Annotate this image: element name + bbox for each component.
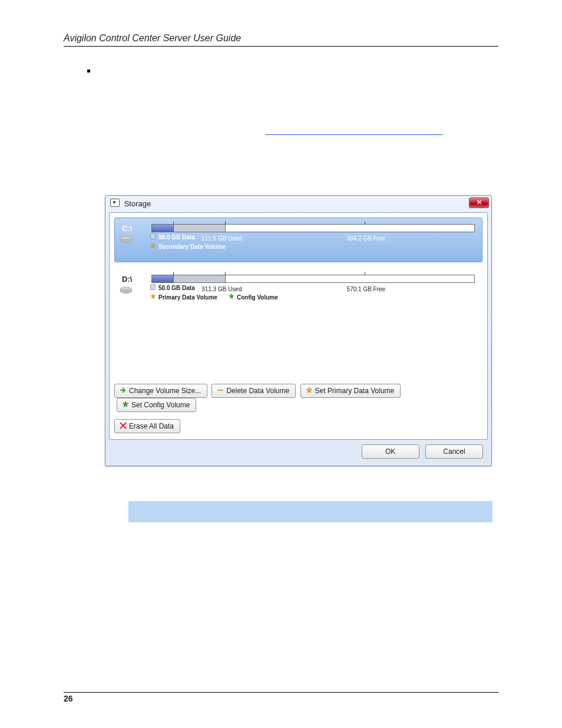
button-label: OK	[385, 447, 395, 456]
title-bar: Storage ✕	[105, 196, 491, 211]
note-highlight-block	[128, 501, 492, 522]
window-title: Storage	[124, 199, 151, 208]
tick-data	[173, 221, 174, 225]
volume-type-label: Primary Data Volume	[158, 294, 217, 301]
star-icon	[306, 387, 313, 394]
erase-all-data-button[interactable]: Erase All Data	[114, 419, 180, 433]
data-size-label: 50.0 GB Data	[158, 233, 195, 241]
page-header: Avigilon Control Center Server User Guid…	[64, 33, 498, 47]
action-button-row: Change Volume Size... Delete Data Volume…	[114, 384, 482, 412]
tick-used	[225, 272, 226, 275]
used-size-label: 311.3 GB Used	[201, 285, 242, 293]
document-page: Avigilon Control Center Server User Guid…	[0, 0, 562, 728]
button-label: Change Volume Size...	[129, 387, 201, 395]
header-title: Avigilon Control Center Server User Guid…	[64, 33, 241, 43]
cancel-button[interactable]: Cancel	[425, 444, 483, 459]
used-size-label: 111.5 GB Used	[201, 235, 242, 242]
data-size-label: 50.0 GB Data	[158, 284, 195, 292]
close-button[interactable]: ✕	[469, 197, 489, 208]
dialog-bottom-buttons: OK Cancel	[362, 444, 483, 459]
drive-row-d[interactable]: D:\	[114, 268, 482, 313]
storage-dialog-screenshot: Storage ✕ C:\	[105, 195, 492, 466]
button-label: Set Primary Data Volume	[315, 387, 395, 395]
usage-bar	[151, 224, 475, 232]
tick-used	[225, 221, 226, 225]
usage-bar	[151, 275, 475, 283]
arrow-right-icon	[120, 387, 127, 394]
delete-data-volume-button[interactable]: Delete Data Volume	[211, 384, 296, 398]
tick-free	[365, 221, 365, 225]
star-icon	[150, 243, 156, 249]
set-primary-data-volume-button[interactable]: Set Primary Data Volume	[300, 384, 401, 398]
database-icon	[150, 233, 156, 240]
change-volume-size-button[interactable]: Change Volume Size...	[114, 384, 207, 398]
star-icon	[122, 401, 129, 408]
minus-icon	[217, 387, 224, 394]
star-icon	[150, 294, 156, 299]
page-number-value: 26	[64, 694, 73, 703]
button-label: Set Config Volume	[131, 401, 190, 409]
window-frame: Storage ✕ C:\	[105, 195, 492, 466]
config-volume-label: Config Volume	[237, 294, 278, 301]
database-icon	[150, 284, 156, 291]
page-number: 26	[64, 692, 498, 703]
star-icon	[229, 294, 234, 299]
close-icon: ✕	[477, 199, 482, 206]
x-icon	[120, 422, 127, 429]
hard-drive-icon	[120, 286, 133, 295]
app-icon	[110, 199, 120, 207]
button-label: Erase All Data	[129, 422, 174, 430]
hyperlink-underline	[265, 134, 443, 135]
button-label: Delete Data Volume	[226, 387, 289, 395]
volume-type-label: Secondary Data Volume	[158, 243, 226, 251]
set-config-volume-button[interactable]: Set Config Volume	[117, 398, 196, 412]
free-size-label: 570.1 GB Free	[347, 285, 386, 293]
dialog-body: C:\	[109, 212, 488, 440]
drive-letter: C:\	[122, 224, 132, 233]
action-button-row-2: Erase All Data	[114, 419, 180, 433]
data-segment	[152, 225, 174, 232]
ok-button[interactable]: OK	[362, 444, 419, 459]
hard-drive-icon	[120, 236, 133, 244]
tick-free	[365, 272, 365, 275]
button-label: Cancel	[443, 447, 465, 456]
list-bullet-icon	[87, 70, 90, 73]
tick-data	[173, 272, 174, 275]
svg-rect-4	[217, 390, 223, 391]
config-volume-text: Config Volume	[237, 294, 278, 301]
data-segment	[152, 275, 174, 282]
free-size-label: 304.2 GB Free	[347, 235, 386, 242]
drive-letter: D:\	[122, 275, 132, 284]
drive-row-c[interactable]: C:\	[114, 218, 482, 262]
